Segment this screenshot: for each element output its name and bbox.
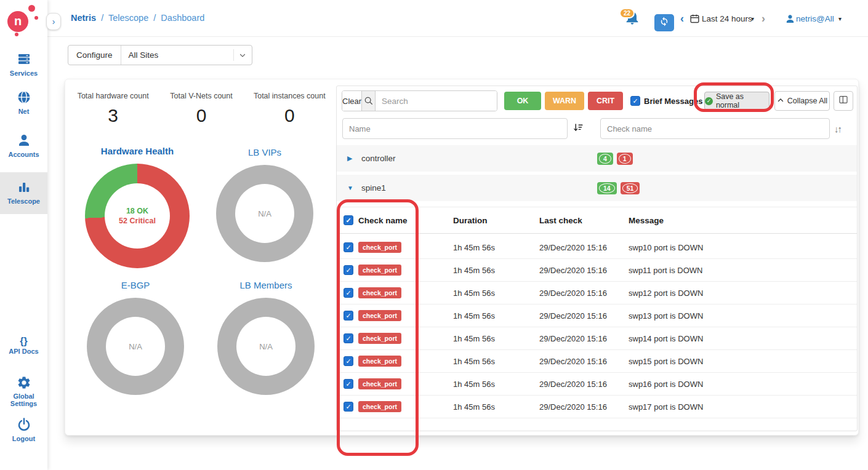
gear-icon [17, 381, 31, 392]
refresh-button[interactable] [654, 14, 674, 31]
check-name-badge[interactable]: check_port [358, 287, 401, 298]
breadcrumb-page[interactable]: Dashboard [161, 13, 204, 23]
chart-title: LB Members [217, 280, 315, 290]
breadcrumb-brand[interactable]: Netris [71, 13, 96, 23]
group-row-controller[interactable]: ▶ controller 4 1 [337, 145, 857, 172]
ok-filter-button[interactable]: OK [504, 92, 541, 110]
row-checkbox[interactable]: ✓ [344, 265, 353, 275]
ebgp-donut: N/A [87, 298, 184, 395]
netris-logo[interactable]: n [6, 4, 39, 37]
search-input[interactable] [376, 91, 497, 111]
check-name-badge[interactable]: check_port [358, 242, 401, 253]
sidebar-item-net[interactable]: Net [0, 90, 47, 115]
columns-icon [838, 95, 848, 107]
duration-cell: 1h 45m 56s [453, 334, 539, 343]
summary-stats: Total hardware count 3 Total V-Nets coun… [69, 92, 334, 126]
check-name-badge[interactable]: check_port [358, 401, 401, 412]
save-as-normal-button[interactable]: ✓ Save as normal [704, 92, 770, 110]
columns-button[interactable] [834, 91, 853, 111]
sidebar-item-telescope[interactable]: Telescope [0, 172, 47, 214]
sidebar-item-global-settings[interactable]: Global Settings [0, 375, 47, 407]
check-name-badge[interactable]: check_port [358, 333, 401, 344]
message-cell: swp16 port is DOWN [629, 380, 857, 389]
breadcrumb-section[interactable]: Telescope [108, 13, 148, 23]
group-row-spine1[interactable]: ▼ spine1 14 51 [337, 175, 857, 201]
brief-messages-checkbox[interactable]: ✓ [630, 96, 640, 106]
check-name-badge[interactable]: check_port [358, 378, 401, 389]
collapse-all-button[interactable]: Collapse All [774, 91, 830, 111]
row-checkbox[interactable]: ✓ [344, 379, 353, 389]
stat-vnets-count: Total V-Nets count 0 [157, 92, 245, 126]
last-check-cell: 29/Dec/2020 15:16 [539, 334, 629, 343]
sidebar-toggle-button[interactable]: › [46, 13, 61, 30]
row-checkbox[interactable]: ✓ [344, 242, 353, 252]
row-checkbox[interactable]: ✓ [344, 311, 353, 321]
sort-amount-icon[interactable] [573, 122, 584, 135]
notifications-button[interactable]: 22 [624, 0, 641, 37]
check-name-badge[interactable]: check_port [358, 356, 401, 367]
group-badges: 14 51 [597, 182, 640, 194]
time-range-next-button[interactable]: › [762, 0, 765, 37]
sidebar-item-api-docs[interactable]: {} API Docs [0, 336, 47, 355]
group-badges: 4 1 [597, 153, 633, 165]
sort-both-icon[interactable]: ↓↑ [834, 124, 841, 134]
na-label: N/A [258, 209, 271, 218]
warn-filter-button[interactable]: WARN [545, 92, 584, 110]
donut-center: N/A [106, 317, 165, 376]
crit-filter-button[interactable]: CRIT [588, 92, 623, 110]
logo-dot [15, 33, 18, 36]
user-avatar-icon[interactable] [785, 0, 795, 37]
check-name-badge[interactable]: check_port [358, 310, 401, 321]
lb-vips-chart: LB VIPs N/A [215, 147, 314, 262]
check-name-filter-input[interactable] [600, 118, 830, 139]
chevron-down-icon[interactable] [233, 49, 252, 61]
stat-label: Total instances count [246, 92, 334, 100]
time-range-prev-button[interactable]: ‹ [680, 0, 684, 37]
sidebar-item-label: Telescope [0, 197, 47, 205]
configure-label[interactable]: Configure [68, 46, 121, 65]
last-check-cell: 29/Dec/2020 15:16 [539, 243, 629, 252]
critical-count-label: 52 Critical [119, 217, 156, 225]
site-select-value[interactable]: All Sites [121, 50, 233, 60]
row-checkbox[interactable]: ✓ [344, 288, 353, 298]
row-checkbox[interactable]: ✓ [344, 356, 353, 366]
chart-title: LB VIPs [215, 147, 314, 157]
check-name-badge[interactable]: check_port [358, 265, 401, 276]
name-filter-input[interactable] [342, 118, 568, 139]
select-all-checkbox[interactable]: ✓ [344, 215, 353, 225]
stat-hardware-count: Total hardware count 3 [69, 92, 157, 126]
collapse-all-label: Collapse All [787, 97, 827, 105]
stat-value: 3 [69, 105, 157, 126]
row-checkbox[interactable]: ✓ [344, 402, 353, 412]
triangle-down-icon[interactable]: ▼ [347, 185, 357, 191]
group-name: spine1 [361, 183, 386, 193]
crit-count-badge: 51 [621, 182, 640, 194]
triangle-right-icon[interactable]: ▶ [347, 154, 357, 162]
header-duration: Duration [453, 216, 539, 225]
time-range-caret-icon[interactable]: ▾ [751, 0, 754, 37]
chart-title: E-BGP [86, 280, 185, 290]
user-menu-caret-icon[interactable]: ▾ [838, 0, 842, 37]
time-range-selector[interactable]: Last 24 hours [702, 0, 752, 37]
search-icon [362, 91, 376, 111]
sidebar-item-accounts[interactable]: Accounts [0, 133, 47, 158]
notification-count-badge: 22 [619, 8, 635, 18]
check-circle-icon: ✓ [705, 97, 713, 105]
checks-panel: Clear OK WARN CRIT ✓ Brief Messages ✓ Sa… [336, 86, 858, 431]
row-checkbox[interactable]: ✓ [344, 333, 353, 343]
last-check-cell: 29/Dec/2020 15:16 [539, 357, 629, 366]
last-check-cell: 29/Dec/2020 15:16 [539, 289, 629, 298]
sidebar-item-services[interactable]: Services [0, 52, 47, 77]
user-menu[interactable]: netris@All [796, 0, 834, 37]
logo-letter: n [7, 11, 28, 32]
dashboard-card: Total hardware count 3 Total V-Nets coun… [65, 79, 859, 436]
save-as-normal-label: Save as normal [716, 92, 769, 110]
last-check-cell: 29/Dec/2020 15:16 [539, 380, 629, 389]
sidebar-item-logout[interactable]: Logout [0, 417, 47, 442]
clear-button[interactable]: Clear [342, 91, 362, 111]
ok-count-label: 18 OK [126, 207, 148, 215]
message-cell: swp12 port is DOWN [629, 289, 857, 298]
ok-count-badge: 14 [597, 182, 617, 194]
table-row: ✓ check_port 1h 45m 56s 29/Dec/2020 15:1… [337, 373, 857, 396]
sidebar-item-label: Services [0, 70, 47, 77]
